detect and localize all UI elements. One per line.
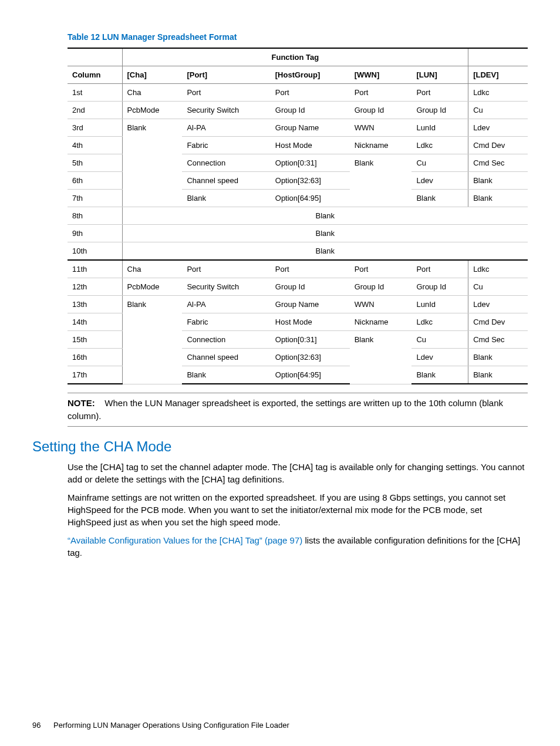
table-cell: 12th bbox=[68, 278, 122, 296]
table-cell: Cu bbox=[468, 102, 528, 119]
table-cell: 8th bbox=[68, 207, 122, 225]
th-lun: [LUN] bbox=[411, 66, 468, 84]
table-row: 8thBlank bbox=[68, 207, 528, 225]
table-cell: Port bbox=[271, 84, 350, 102]
table-cell: 6th bbox=[68, 172, 122, 190]
table-cell: Group Id bbox=[411, 102, 468, 119]
table-cell: Blank bbox=[122, 225, 528, 242]
table-cell: Ldev bbox=[411, 172, 468, 190]
th-wwn: [WWN] bbox=[350, 66, 412, 84]
th-blank2 bbox=[468, 48, 528, 66]
table-cell: Group Name bbox=[271, 296, 350, 313]
table-cell: Fabric bbox=[182, 137, 270, 154]
table-cell: Group Id bbox=[350, 278, 412, 296]
table-cell: 1st bbox=[68, 84, 122, 102]
para-2: Mainframe settings are not written on th… bbox=[68, 491, 528, 528]
table-cell: Cha bbox=[122, 84, 182, 102]
table-cell: Blank bbox=[182, 366, 270, 384]
table-cell: Port bbox=[271, 260, 350, 278]
th-blank bbox=[68, 48, 122, 66]
table-cell: Cha bbox=[122, 260, 182, 278]
table-cell: Group Id bbox=[411, 278, 468, 296]
table-cell: Blank bbox=[468, 190, 528, 207]
table-cell: Host Mode bbox=[271, 137, 350, 154]
table-row: 13thBlankAl-PAGroup NameWWNLunIdLdev bbox=[68, 296, 528, 313]
table-cell: Group Id bbox=[271, 102, 350, 119]
table-cell: Blank bbox=[468, 349, 528, 366]
table-cell: Ldev bbox=[468, 119, 528, 137]
table-cell: Security Switch bbox=[182, 102, 270, 119]
th-column: Column bbox=[68, 66, 122, 84]
table-cell: Blank bbox=[182, 190, 270, 207]
table-cell: Blank bbox=[122, 119, 182, 207]
table-cell: Blank bbox=[411, 190, 468, 207]
table-cell: PcbMode bbox=[122, 278, 182, 296]
section-heading: Setting the CHA Mode bbox=[32, 438, 528, 455]
table-cell: 10th bbox=[68, 242, 122, 261]
table-cell: Connection bbox=[182, 154, 270, 172]
table-cell: Option[32:63] bbox=[271, 172, 350, 190]
table-cell: Blank bbox=[411, 366, 468, 384]
para-3: “Available Configuration Values for the … bbox=[68, 534, 528, 559]
table-cell: Fabric bbox=[182, 313, 270, 331]
th-hostgroup: [HostGroup] bbox=[271, 66, 350, 84]
table-cell: Connection bbox=[182, 331, 270, 349]
table-cell: Option[32:63] bbox=[271, 349, 350, 366]
table-cell: Channel speed bbox=[182, 172, 270, 190]
table-cell: Nickname bbox=[350, 137, 412, 154]
note-box: NOTE: When the LUN Manager spreadsheet i… bbox=[68, 393, 528, 427]
table-cell: Blank bbox=[468, 366, 528, 384]
table-title: Table 12 LUN Manager Spreadsheet Format bbox=[68, 32, 528, 42]
table-cell: Cu bbox=[468, 278, 528, 296]
table-cell: Channel speed bbox=[182, 349, 270, 366]
table-cell: Ldkc bbox=[468, 84, 528, 102]
cha-config-link[interactable]: “Available Configuration Values for the … bbox=[68, 535, 302, 545]
table-cell: Port bbox=[182, 260, 270, 278]
table-cell: Blank bbox=[122, 296, 182, 384]
table-cell: Blank bbox=[350, 154, 412, 207]
table-cell: Option[64:95] bbox=[271, 366, 350, 384]
table-cell: Option[64:95] bbox=[271, 190, 350, 207]
table-cell: Option[0:31] bbox=[271, 154, 350, 172]
table-row: 3rdBlankAl-PAGroup NameWWNLunIdLdev bbox=[68, 119, 528, 137]
table-cell: Option[0:31] bbox=[271, 331, 350, 349]
table-cell: Nickname bbox=[350, 313, 412, 331]
table-cell: 16th bbox=[68, 349, 122, 366]
table-cell: WWN bbox=[350, 296, 412, 313]
table-cell: Al-PA bbox=[182, 296, 270, 313]
table-cell: Port bbox=[411, 84, 468, 102]
note-label: NOTE: bbox=[68, 398, 95, 408]
table-cell: Host Mode bbox=[271, 313, 350, 331]
table-cell: Blank bbox=[122, 242, 528, 261]
table-cell: Port bbox=[411, 260, 468, 278]
table-cell: 5th bbox=[68, 154, 122, 172]
table-cell: Blank bbox=[122, 207, 528, 225]
table-cell: Group Name bbox=[271, 119, 350, 137]
table-row: 9thBlank bbox=[68, 225, 528, 242]
table-row: 12thPcbModeSecurity SwitchGroup IdGroup … bbox=[68, 278, 528, 296]
table-cell: Ldev bbox=[411, 349, 468, 366]
table-cell: 13th bbox=[68, 296, 122, 313]
table-cell: LunId bbox=[411, 296, 468, 313]
table-cell: 7th bbox=[68, 190, 122, 207]
table-cell: 4th bbox=[68, 137, 122, 154]
table-cell: Security Switch bbox=[182, 278, 270, 296]
table-cell: Ldkc bbox=[411, 313, 468, 331]
table-cell: 17th bbox=[68, 366, 122, 384]
th-port: [Port] bbox=[182, 66, 270, 84]
table-cell: LunId bbox=[411, 119, 468, 137]
table-cell: Ldkc bbox=[468, 260, 528, 278]
table-cell: Port bbox=[182, 84, 270, 102]
table-cell: Cmd Dev bbox=[468, 313, 528, 331]
table-cell: Port bbox=[350, 84, 412, 102]
table-cell: Al-PA bbox=[182, 119, 270, 137]
table-cell: 9th bbox=[68, 225, 122, 242]
th-ldev: [LDEV] bbox=[468, 66, 528, 84]
table-cell: PcbMode bbox=[122, 102, 182, 119]
table-cell: Blank bbox=[468, 172, 528, 190]
table-row: 10thBlank bbox=[68, 242, 528, 261]
table-cell: 11th bbox=[68, 260, 122, 278]
table-cell: 14th bbox=[68, 313, 122, 331]
table-cell: 15th bbox=[68, 331, 122, 349]
table-cell: Group Id bbox=[271, 278, 350, 296]
